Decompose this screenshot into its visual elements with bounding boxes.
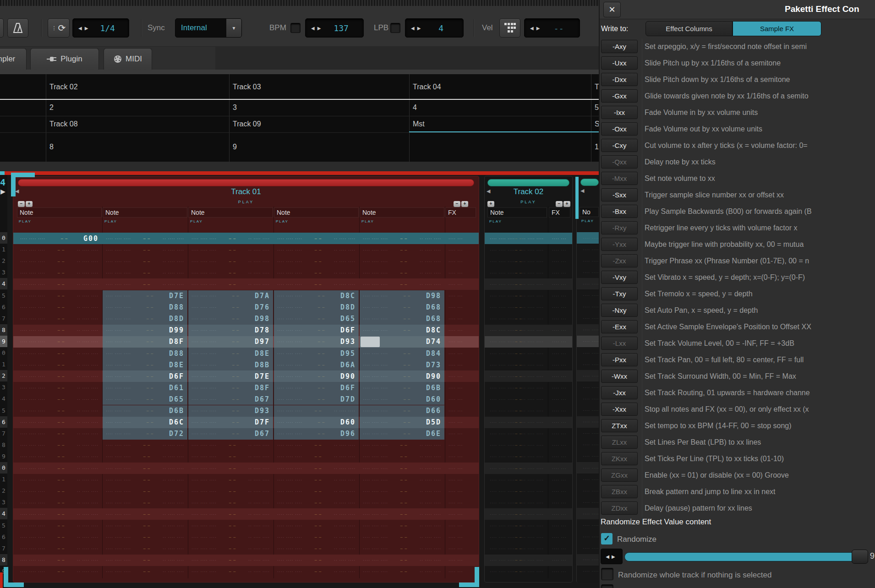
- pattern-cell[interactable]: ···· ···· ····– –D67: [188, 428, 273, 440]
- fx-cell[interactable]: ···· ···: [445, 244, 476, 256]
- pattern-cell[interactable]: ···· ···· ····– –·· ···· ····: [487, 233, 547, 244]
- pattern-cell[interactable]: ···· ···· ····– –D99: [103, 325, 187, 336]
- fx-cell[interactable]: ···· ···: [549, 393, 570, 405]
- pattern-cell[interactable]: ···· ···· ····– –·· ···· ····: [103, 520, 187, 532]
- pattern-cell[interactable]: ···· ···· ····– –D73: [360, 359, 444, 370]
- pattern-cell[interactable]: ···· ···· ····– –·· ···· ····: [360, 256, 444, 267]
- pattern-cell[interactable]: ···· ···· ····: [580, 232, 599, 244]
- effect-command-button[interactable]: -Yxx: [601, 238, 638, 251]
- fx-cell[interactable]: ···· ···: [549, 485, 570, 497]
- pattern-cell[interactable]: ···· ···· ····– –·· ···· ····: [360, 485, 444, 497]
- fx-cell[interactable]: ···· ···: [549, 520, 570, 532]
- fx-cell[interactable]: ···· ···: [549, 313, 570, 325]
- pattern-cell[interactable]: ···· ···· ····– –·· ···· ····: [274, 463, 359, 474]
- pattern-cell[interactable]: ···· ···· ····– –D6F: [274, 382, 359, 393]
- pattern-cell[interactable]: ···· ···· ····– –·· ···· ····: [487, 267, 547, 278]
- spinner-arrows[interactable]: ◀▶: [405, 26, 425, 31]
- pattern-cell[interactable]: ···· ···· ····: [580, 520, 599, 531]
- pattern-cell[interactable]: ···· ···· ····– –·· ···· ····: [17, 244, 102, 256]
- pattern-cell[interactable]: ···· ···· ····– –·· ···· ····: [103, 555, 187, 566]
- close-button[interactable]: ✕: [603, 2, 621, 17]
- pattern-cell[interactable]: ···· ···· ····– –D7E: [188, 370, 273, 382]
- pattern-cell[interactable]: ···· ···· ····– –·· ···· ····: [487, 451, 547, 463]
- pattern-cell[interactable]: ···· ···· ····– –·· ···· ····: [17, 405, 102, 417]
- fx-cell[interactable]: ···· ···: [445, 532, 476, 543]
- matrix-cell[interactable]: Track 03: [233, 74, 261, 99]
- pattern-cell[interactable]: ···· ···· ····– –D6C: [103, 417, 187, 428]
- lpb-spinner[interactable]: ◀▶ 4: [405, 18, 464, 38]
- pattern-cell[interactable]: ···· ···· ····– –·· ···· ····: [188, 485, 273, 497]
- pattern-cell[interactable]: ···· ···· ····– –·· ···· ····: [360, 451, 444, 463]
- pattern-cell[interactable]: ···· ···· ····– –·· ···· ····: [274, 508, 359, 520]
- pattern-cell[interactable]: ···· ···· ····– –·· ···· ····: [487, 336, 547, 348]
- pattern-cell[interactable]: ···· ···· ····– –D61: [103, 382, 187, 393]
- fx-cell[interactable]: ···· ···: [549, 382, 570, 393]
- pattern-cell[interactable]: ···· ···· ····– –·· ···· ····: [487, 359, 547, 370]
- pattern-cell[interactable]: ···· ···· ····– –·· ···· ····: [17, 485, 102, 497]
- fx-cell[interactable]: ···· ···: [445, 508, 476, 520]
- matrix-cell[interactable]: 5: [595, 99, 599, 116]
- pattern-cell[interactable]: ···· ···· ····– –·· ···· ····: [188, 497, 273, 508]
- pattern-cell[interactable]: ···· ···· ····– –D8D: [274, 302, 359, 313]
- pattern-cell[interactable]: ···· ···· ····– –·· ···· ····: [274, 532, 359, 543]
- pattern-cell[interactable]: ···· ···· ····– –·· ···· ····: [17, 359, 102, 370]
- pattern-cell[interactable]: ···· ···· ····: [580, 439, 599, 451]
- pattern-cell[interactable]: ···· ···· ····– –·· ···· ····: [188, 474, 273, 485]
- pattern-cell[interactable]: ···· ···· ····: [580, 485, 599, 496]
- pattern-cell[interactable]: ···· ···· ····– –G00: [17, 233, 102, 244]
- pattern-cell[interactable]: ···· ···· ····– –·· ···· ····: [188, 543, 273, 555]
- fx-cell[interactable]: ···· ···: [549, 359, 570, 370]
- fx-cell[interactable]: ···· ···: [549, 428, 570, 440]
- pattern-cell[interactable]: ···· ···· ····– –·· ···· ····: [487, 382, 547, 393]
- pattern-cell[interactable]: ···· ···· ····– –·· ···· ····: [17, 302, 102, 313]
- pattern-cell[interactable]: ···· ···· ····– –D5D: [360, 417, 444, 428]
- pattern-cell[interactable]: ···· ···· ····– –·· ···· ····: [360, 463, 444, 474]
- pattern-cell[interactable]: ···· ···· ····– –·· ···· ····: [188, 508, 273, 520]
- pattern-cell[interactable]: ···· ···· ····– –·· ···· ····: [188, 440, 273, 451]
- pattern-cell[interactable]: ···· ···· ····– –D93: [274, 336, 359, 348]
- pattern-cell[interactable]: ···· ···· ····– –·· ···· ····: [274, 440, 359, 451]
- pattern-cell[interactable]: ···· ···· ····– –·· ···· ····: [487, 497, 547, 508]
- pattern-cell[interactable]: ···· ···· ····– –D84: [360, 348, 444, 359]
- pattern-cell[interactable]: ···· ···· ····– –D6B: [103, 405, 187, 417]
- fx-cell[interactable]: ···· ···: [445, 267, 476, 278]
- fx-cell[interactable]: ···· ···: [549, 348, 570, 359]
- pattern-cell[interactable]: ···· ···· ····– –·· ···· ····: [487, 566, 547, 577]
- pattern-cell[interactable]: ···· ···· ····– –·· ···· ····: [487, 290, 547, 302]
- pattern-cell[interactable]: ···· ···· ····– –D65: [103, 393, 187, 405]
- slider-handle[interactable]: [852, 550, 868, 564]
- pattern-cell[interactable]: ···· ···· ····– –·· ···· ····: [360, 233, 444, 244]
- pattern-cell[interactable]: ···· ···· ····– –·· ···· ····: [274, 474, 359, 485]
- effect-command-button[interactable]: -Dxx: [601, 73, 638, 86]
- pattern-cell[interactable]: ···· ···· ····– –·· ···· ····: [487, 440, 547, 451]
- pattern-cell[interactable]: ···· ···· ····– –D97: [188, 336, 273, 348]
- pattern-cell[interactable]: ···· ···· ····: [580, 543, 599, 554]
- fx-cell[interactable]: ···· ···: [445, 370, 476, 382]
- pattern-cell[interactable]: ···· ···· ····– –·· ···· ····: [360, 555, 444, 566]
- pattern-cell[interactable]: ···· ···· ····– –·· ···· ····: [17, 520, 102, 532]
- pattern-cell[interactable]: ···· ···· ····– –D8F: [188, 382, 273, 393]
- pattern-cell[interactable]: ···· ···· ····– –·· ···· ····: [188, 463, 273, 474]
- pattern-cell[interactable]: ···· ···· ····– –D8C: [360, 325, 444, 336]
- velocity-spinner[interactable]: ◀▶ --: [524, 18, 580, 38]
- pattern-cell[interactable]: ···· ···· ····– –·· ···· ····: [17, 393, 102, 405]
- pattern-cell[interactable]: ···· ···· ····– –·· ···· ····: [487, 325, 547, 336]
- effect-columns-button[interactable]: Effect Columns: [645, 21, 733, 36]
- pattern-cell[interactable]: ···· ···· ····– –·· ···· ····: [274, 233, 359, 244]
- pattern-cell[interactable]: ···· ···· ····– –·· ···· ····: [103, 267, 187, 278]
- pattern-cell[interactable]: ···· ···· ····– –·· ···· ····: [360, 520, 444, 532]
- pattern-cell[interactable]: ···· ···· ····– –D68: [360, 313, 444, 325]
- pattern-cell[interactable]: ···· ···· ····– –·· ···· ····: [487, 405, 547, 417]
- fx-cell[interactable]: ···· ···: [549, 267, 570, 278]
- fx-cell[interactable]: ···· ···: [445, 474, 476, 485]
- pattern-cell[interactable]: ···· ···· ····– –·· ···· ····: [487, 463, 547, 474]
- fx-cell[interactable]: ···· ···: [445, 451, 476, 463]
- pattern-cell[interactable]: ···· ···· ····– –·· ···· ····: [274, 451, 359, 463]
- lpb-checkbox[interactable]: [390, 23, 400, 33]
- fx-cell[interactable]: ···· ···: [445, 485, 476, 497]
- fx-cell[interactable]: ···· ···: [445, 290, 476, 302]
- pattern-cell[interactable]: ···· ···· ····– –·· ···· ····: [103, 233, 187, 244]
- fx-cell[interactable]: ···· ···: [549, 325, 570, 336]
- pattern-cell[interactable]: ···· ···· ····– –·· ···· ····: [274, 267, 359, 278]
- pattern-cell[interactable]: ···· ···· ····– –·· ···· ····: [274, 497, 359, 508]
